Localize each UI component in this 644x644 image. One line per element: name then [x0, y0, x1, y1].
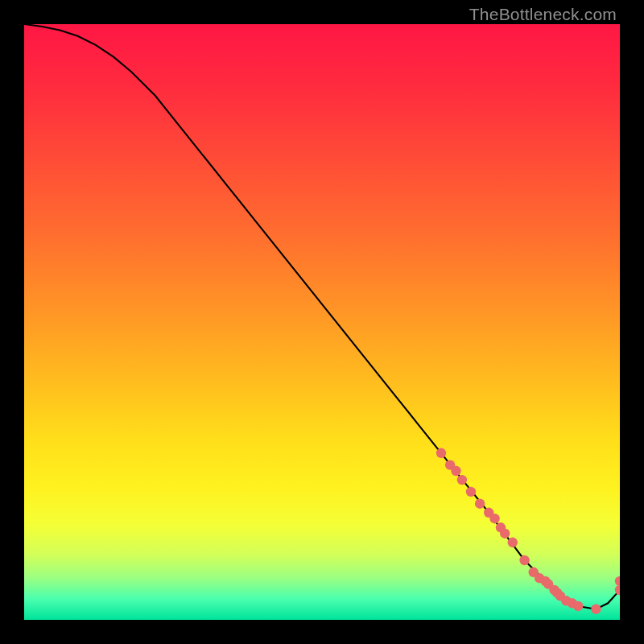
data-point [500, 529, 510, 539]
data-point [457, 475, 467, 485]
data-point [573, 601, 583, 611]
gradient-panel [24, 24, 620, 620]
data-point [519, 555, 529, 565]
chart-svg [24, 24, 620, 620]
data-point [591, 604, 601, 613]
data-point [466, 487, 476, 497]
data-point [475, 499, 485, 509]
data-point [436, 448, 446, 458]
plot-area [24, 24, 620, 620]
attribution-text: TheBottleneck.com [469, 5, 617, 24]
data-point [451, 466, 460, 476]
chart-stage: TheBottleneck.com [0, 0, 644, 644]
data-point [489, 514, 499, 523]
data-point [508, 538, 518, 547]
